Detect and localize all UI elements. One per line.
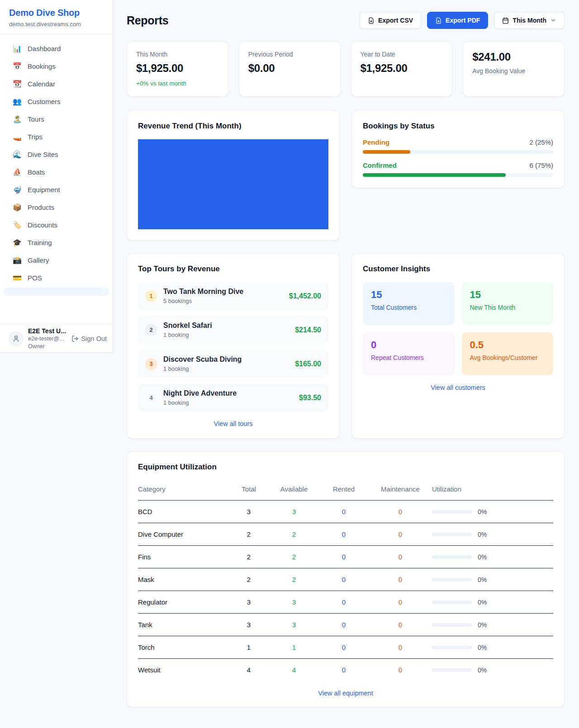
tour-name: Snorkel Safari [163,321,212,330]
tour-name: Discover Scuba Diving [163,355,242,364]
top-tours-card: Top Tours by Revenue 1 Two Tank Morning … [127,253,340,439]
export-pdf-label: Export PDF [446,17,480,24]
cell-total: 3 [228,614,269,636]
utilization-percent: 0% [478,644,487,651]
stat-card-avg-booking-value: $241.00 Avg Booking Value [463,41,565,97]
status-row-confirmed: Confirmed 6 (75%) [363,161,553,177]
table-header: Category Total Available Rented Maintena… [138,478,553,501]
page-title: Reports [127,14,168,27]
stat-card-year-to-date: Year to Date $1,925.00 [351,41,453,97]
avatar [8,331,24,346]
cell-utilization: 0% [432,501,553,523]
table-row: Fins 2 2 0 0 0% [138,546,553,568]
cell-rented: 0 [319,614,369,636]
insight-tile-total-customers: 15 Total Customers [363,282,455,325]
sidebar-item-equipment[interactable]: 🤿 Equipment [4,182,109,198]
stat-delta: +0% vs last month [136,80,219,87]
sidebar-item-gallery[interactable]: 📸 Gallery [4,252,109,268]
cell-total: 2 [228,523,269,545]
stat-label: This Month [136,51,219,58]
sidebar-item-discounts[interactable]: 🏷️ Discounts [4,217,109,233]
tour-row[interactable]: 2 Snorkel Safari 1 booking $214.50 [138,316,328,344]
sidebar-item-dive-sites[interactable]: 🌊 Dive Sites [4,147,109,162]
utilization-percent: 0% [478,576,487,583]
sidebar-item-tours[interactable]: 🏝️ Tours [4,111,109,127]
user-role: Owner [28,343,66,350]
cell-available: 1 [269,636,319,658]
sidebar-item-label: POS [28,274,42,282]
insight-tile-new-this-month: 15 New This Month [462,282,554,325]
sidebar-item-products[interactable]: 📦 Products [4,199,109,215]
tour-name: Two Tank Morning Dive [163,288,243,296]
revenue-trend-chart [138,139,328,229]
insight-grid: 15 Total Customers 15 New This Month 0 R… [363,282,553,375]
export-csv-button[interactable]: Export CSV [360,12,421,29]
header-actions: Export CSV Export PDF This Month [360,12,565,29]
bookings-by-status-card: Bookings by Status Pending 2 (25%) Confi… [351,110,565,188]
status-count: 2 (25%) [529,138,553,146]
top-tours-title: Top Tours by Revenue [138,265,328,274]
view-all-tours-link[interactable]: View all tours [138,420,328,427]
stat-card-this-month: This Month $1,925.00 +0% vs last month [127,41,228,97]
table-row: Mask 2 2 0 0 0% [138,568,553,591]
sidebar-item-dashboard[interactable]: 📊 Dashboard [4,41,109,57]
utilization-bar [432,646,472,649]
cell-maintenance: 0 [369,659,432,681]
stat-label: Previous Period [248,51,331,58]
sidebar-item-label: Calendar [28,80,55,88]
sidebar-item-boats[interactable]: ⛵ Boats [4,164,109,180]
export-pdf-button[interactable]: Export PDF [427,12,488,29]
tour-row[interactable]: 4 Night Dive Adventure 1 booking $93.50 [138,384,328,411]
utilization-bar [432,623,472,627]
cell-total: 2 [228,568,269,591]
sidebar-item-label: Bookings [28,62,56,70]
progress-track [363,173,553,177]
sidebar-item-customers[interactable]: 👥 Customers [4,94,109,109]
stat-value: $0.00 [248,62,331,75]
status-count: 6 (75%) [529,161,553,169]
cell-category: Regulator [138,591,228,613]
cell-rented: 0 [319,636,369,658]
col-utilization: Utilization [432,478,553,500]
pos-icon: 💳 [13,274,22,282]
main-content: Reports Export CSV Export PDF This Month… [113,0,579,725]
cell-category: BCD [138,501,228,523]
cell-available: 2 [269,568,319,591]
cell-available: 3 [269,591,319,613]
sidebar-item-training[interactable]: 🎓 Training [4,235,109,251]
sign-out-button[interactable]: Sign Out [71,335,107,342]
user-email: e2e-tester@... [28,335,66,342]
view-all-equipment-link[interactable]: View all equipment [138,690,553,697]
tour-row[interactable]: 1 Two Tank Morning Dive 5 bookings $1,45… [138,282,328,310]
insight-tile-avg-bookings: 0.5 Avg Bookings/Customer [462,332,554,375]
cell-category: Fins [138,546,228,568]
cell-category: Wetsuit [138,659,228,681]
equipment-utilization-card: Equipment Utilization Category Total Ava… [127,451,565,707]
sidebar-item-pos[interactable]: 💳 POS [4,270,109,286]
cell-maintenance: 0 [369,636,432,658]
sidebar-item-trips[interactable]: 🚤 Trips [4,129,109,145]
trips-icon: 🚤 [13,133,22,141]
products-icon: 📦 [13,204,22,211]
sidebar-item-label: Customers [28,98,61,105]
tour-row[interactable]: 3 Discover Scuba Diving 1 booking $165.0… [138,350,328,378]
dashboard-icon: 📊 [13,45,22,52]
tour-revenue: $1,452.00 [289,292,321,300]
cell-rented: 0 [319,591,369,613]
file-download-icon [368,17,375,24]
insight-label: New This Month [470,304,546,311]
cell-maintenance: 0 [369,546,432,568]
active-nav-highlight[interactable] [4,288,109,296]
period-dropdown[interactable]: This Month [494,12,565,29]
training-icon: 🎓 [13,239,22,246]
view-all-customers-link[interactable]: View all customers [363,384,553,391]
sidebar-item-calendar[interactable]: 📆 Calendar [4,76,109,92]
sidebar-item-bookings[interactable]: 📅 Bookings [4,58,109,74]
sidebar-item-label: Boats [28,168,45,176]
utilization-percent: 0% [478,621,487,629]
insight-value: 15 [470,289,546,301]
utilization-percent: 0% [478,508,487,515]
status-row-pending: Pending 2 (25%) [363,138,553,154]
discounts-icon: 🏷️ [13,222,22,229]
user-name: E2E Test U... [28,327,66,335]
